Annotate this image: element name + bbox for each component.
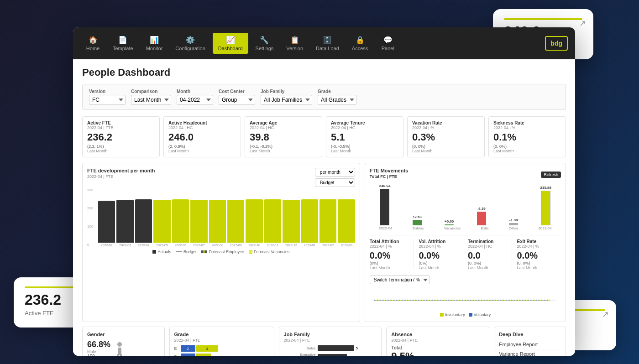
jf-bar-0: [318, 345, 354, 351]
grade-row-D: D22: [174, 354, 269, 356]
bar-13: [338, 199, 355, 243]
kpi-fte-change: (2.3, 1%): [87, 144, 155, 149]
bar-group-5: [190, 200, 207, 243]
bar-label-9: 2022-11: [264, 244, 281, 247]
wf-bar-2022-04: 240.64: [370, 184, 400, 225]
legend-label-voluntary: Voluntary: [474, 312, 491, 317]
nav-item-monitor[interactable]: 📊 Monitor: [141, 33, 168, 54]
bar-3: [153, 200, 170, 243]
bar-label-6: 2022-08: [209, 244, 226, 247]
nav-item-settings[interactable]: 🔧 Settings: [250, 33, 279, 54]
filter-grade-select[interactable]: All Grades: [318, 95, 356, 105]
kpi-hc-change-label: Last Month: [168, 149, 236, 153]
y-axis-labels: 300 200 100 0: [87, 188, 93, 247]
nav-item-home[interactable]: 🏠 Home: [80, 33, 105, 54]
home-icon: 🏠: [89, 36, 98, 44]
person-icon: [115, 342, 124, 356]
bar-label-4: 2022-06: [172, 244, 189, 247]
legend-line-forecast-emp: [201, 250, 207, 253]
y-label-300: 300: [87, 188, 93, 192]
legend-dot-actuals: [152, 250, 156, 254]
kpi-tenure-change: (-0, -0.5%): [331, 144, 398, 149]
kpi-age-value: 39.8: [250, 132, 317, 143]
filter-month-select[interactable]: 04-2022: [177, 95, 213, 105]
kpi-row: Active FTE 2022-04 | FTE 236.2 (2.3, 1%)…: [82, 116, 566, 157]
fte-movements-subtitle: Total FC | FTE: [370, 174, 408, 179]
bar-group-2: [135, 199, 152, 243]
nav-item-template[interactable]: 📄 Template: [107, 33, 139, 54]
absence-title: Absence: [391, 332, 484, 337]
kpi-age-subtitle: 2022-04 | HC: [250, 125, 317, 130]
absence-card: Absence 2022-04 | FTE Total 9.5% 123 (+2…: [386, 327, 489, 356]
bar-label-10: 2022-12: [283, 244, 299, 247]
deep-link-employee[interactable]: Employee Report: [499, 340, 561, 349]
nav-label-monitor: Monitor: [146, 46, 163, 51]
bar-11: [301, 199, 318, 243]
filter-comparison-label: Comparison: [131, 89, 171, 94]
nav-item-dataload[interactable]: 🗄️ Data Load: [310, 33, 345, 54]
fte-period-select[interactable]: per month: [315, 168, 355, 177]
bar-group-4: [172, 199, 189, 243]
svg-rect-4: [120, 354, 122, 356]
fte-type-select[interactable]: Budget: [315, 178, 355, 187]
gender-card: Gender 66.8% Male 158 (1.5, 32.8%) Last …: [82, 327, 165, 356]
fte-dev-title: FTE development per month: [87, 168, 155, 173]
male-count: 158: [87, 354, 110, 356]
nav-item-dashboard[interactable]: 📈 Dashboard: [213, 33, 248, 54]
kpi-fte-value: 236.2: [87, 132, 155, 143]
configuration-icon: ⚙️: [186, 36, 195, 44]
bar-6: [209, 200, 226, 243]
filter-version-select[interactable]: FC: [89, 95, 126, 105]
kpi-vacation: Vacation Rate 2022-04 | % 0.3% (0, 0%) L…: [407, 116, 485, 157]
kpi-headcount: Active Headcount 2022-04 | HC 246.0 (2, …: [163, 116, 241, 157]
kpi-fte-change-label: Last Month: [87, 149, 155, 153]
jf-label-0: Sales: [284, 346, 316, 350]
kpi-sick-title: Sickness Rate: [493, 120, 561, 125]
nav-label-panel: Panel: [382, 46, 394, 51]
kpi-hc-subtitle: 2022-04 | HC: [168, 125, 236, 130]
grade-bars: E23D22C51B75A63: [174, 345, 269, 356]
legend-label-forecast-vac: Forecast Vacancies: [254, 250, 289, 254]
filter-comparison-select[interactable]: Last Month: [131, 95, 171, 105]
wf-bar-2023-04: 235.88: [530, 186, 561, 225]
gender-content: 66.8% Male 158 (1.5, 32.8%) Last Month (…: [87, 340, 160, 356]
panel-icon: 💬: [383, 36, 393, 44]
grade-row-E: E23: [174, 345, 269, 352]
deep-link-variance[interactable]: Variance Report: [499, 349, 561, 356]
dataload-icon: 🗄️: [323, 36, 332, 44]
bar-group-6: [209, 200, 226, 243]
job-family-card: Job Family 2022-04 | FTE Sales5Executive…: [279, 327, 382, 356]
bar-chart-labels: 2022-022022-032022-042022-052022-062022-…: [98, 244, 355, 247]
legend-label-actuals: Actuals: [157, 250, 171, 254]
kpi-hc-value: 246.0: [168, 132, 236, 143]
svg-rect-3: [117, 354, 119, 356]
nav-item-access[interactable]: 🔒 Access: [346, 33, 373, 54]
gender-male: 66.8% Male 158 (1.5, 32.8%) Last Month (…: [87, 340, 110, 356]
jf-value-0: 5: [356, 346, 358, 350]
nav-item-configuration[interactable]: ⚙️ Configuration: [170, 33, 210, 54]
legend-label-budget: Budget: [183, 250, 197, 254]
filter-job-family: Job Family All Job Families: [261, 89, 312, 105]
grade-title: Grade: [174, 332, 269, 337]
bar-12: [320, 199, 336, 243]
grade-card: Grade 2022-04 | FTE E23D22C51B75A63: [169, 327, 274, 356]
absence-pct: 9.5%: [391, 350, 484, 356]
switch-termination-select[interactable]: Switch Termination / %: [370, 276, 430, 284]
refresh-button[interactable]: Refresh: [541, 172, 561, 178]
deep-dive-links: Employee Report Variance Report Movement…: [499, 340, 561, 356]
bar-label-3: 2022-05: [153, 244, 170, 247]
kpi-age-change-label: Last Month: [250, 149, 317, 153]
kpi-avg-age: Average Age 2022-04 | HC 39.8 (-0.1, -0.…: [245, 116, 322, 157]
nav-label-template: Template: [113, 46, 133, 51]
filter-jf-select[interactable]: All Job Families: [261, 95, 312, 105]
kpi-tenure-value: 5.1: [331, 132, 398, 143]
grade-row-label-E: E: [174, 346, 179, 351]
bar-chart: [98, 188, 355, 243]
bar-group-1: [116, 200, 133, 243]
nav-logo: bdg: [545, 36, 568, 51]
filter-cc-select[interactable]: Group: [219, 95, 255, 105]
bar-group-3: [153, 200, 170, 243]
absence-subtitle: 2022-04 | FTE: [391, 338, 484, 343]
nav-item-version[interactable]: 📋 Version: [281, 33, 309, 54]
nav-item-panel[interactable]: 💬 Panel: [375, 33, 400, 54]
